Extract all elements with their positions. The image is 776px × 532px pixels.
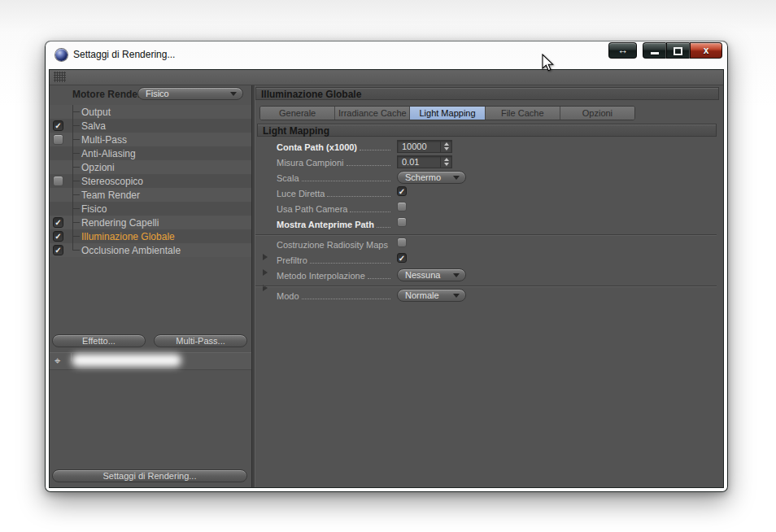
- sidebar-item-rendering-capelli[interactable]: ✓Rendering Capelli: [50, 216, 251, 229]
- close-icon: x: [704, 45, 709, 56]
- setting-label: Prefiltro: [277, 255, 307, 266]
- sidebar-item-fisico[interactable]: Fisico: [50, 202, 251, 216]
- scala-dropdown[interactable]: Schermo: [397, 171, 466, 184]
- enabled-checkbox[interactable]: ✓: [53, 245, 63, 255]
- double-arrow-icon: ↔: [617, 44, 628, 56]
- tab-file-cache[interactable]: File Cache: [486, 107, 560, 120]
- titlebar[interactable]: Settaggi di Rendering... ↔ x: [45, 41, 728, 69]
- setting-label: Conta Path (x1000): [277, 142, 357, 153]
- maximize-icon: [674, 47, 682, 55]
- setting-label: Modo: [277, 291, 299, 302]
- label-wrap: Costruzione Radiosity Maps: [261, 237, 394, 251]
- sidebar-item-occlusione-ambientale[interactable]: ✓Occlusione Ambientale: [50, 243, 251, 257]
- sidebar-item-stereoscopico[interactable]: Stereoscopico: [50, 174, 251, 188]
- dotted-leader: [377, 226, 390, 228]
- tab-generale[interactable]: Generale: [260, 107, 335, 120]
- sidebar-item-label: Anti-Aliasing: [81, 148, 136, 159]
- render-settings-button[interactable]: Settaggi di Rendering...: [52, 469, 247, 482]
- prefiltro-checkbox[interactable]: ✓: [397, 253, 407, 263]
- render-engine-label: Motore Render: [72, 89, 142, 100]
- disabled-checkbox[interactable]: [53, 176, 63, 186]
- dock-toggle-button[interactable]: ↔: [608, 42, 637, 59]
- control-slot: [397, 202, 407, 211]
- setting-label: Usa Path Camera: [277, 204, 347, 215]
- settings-panel: Illuminazione Globale GeneraleIrradiance…: [254, 85, 723, 487]
- label-wrap: Metodo Interpolazione: [261, 268, 394, 281]
- label-wrap: Mostra Anteprime Path: [261, 216, 394, 230]
- dropdown-value: Schermo: [398, 172, 453, 182]
- control-slot: [397, 238, 407, 247]
- cinema4d-logo-icon: [55, 49, 68, 61]
- close-button[interactable]: x: [690, 42, 722, 59]
- sidebar-item-salva[interactable]: ✓Salva: [50, 119, 251, 133]
- tree-line: [72, 167, 80, 168]
- dotted-leader: [347, 164, 390, 166]
- spinner-buttons[interactable]: [440, 141, 451, 152]
- setting-row-conta-path-x1000: Conta Path (x1000)10000: [254, 139, 717, 155]
- sidebar-item-illuminazione-globale[interactable]: ✓Illuminazione Globale: [50, 229, 251, 243]
- spin-up-icon[interactable]: [444, 142, 449, 146]
- sidebar-item-label: Rendering Capelli: [81, 217, 159, 229]
- dotted-leader: [302, 180, 390, 181]
- tree-line: [72, 250, 80, 251]
- spinner-buttons[interactable]: [440, 156, 451, 168]
- tab-opzioni[interactable]: Opzioni: [560, 107, 634, 120]
- label-wrap: Conta Path (x1000): [261, 139, 394, 153]
- panel-header: Illuminazione Globale: [255, 87, 719, 100]
- effect-list-item[interactable]: ⌖: [50, 352, 251, 370]
- control-slot: 10000: [397, 140, 452, 153]
- field-value: 10000: [398, 141, 440, 152]
- setting-row-mostra-anteprime-path: Mostra Anteprime Path: [254, 216, 717, 232]
- drag-grip[interactable]: [54, 72, 66, 82]
- control-slot: [397, 217, 407, 227]
- tab-light-mapping[interactable]: Light Mapping: [410, 107, 485, 120]
- setting-row-luce-diretta: Luce Diretta✓: [254, 185, 717, 201]
- setting-row-prefiltro: Prefiltro✓: [254, 252, 717, 268]
- setting-row-metodo-interpolazione: Metodo InterpolazioneNessuna: [254, 268, 717, 283]
- conta-path-x1000-field[interactable]: 10000: [397, 140, 452, 153]
- usa-path-camera-checkbox[interactable]: [397, 202, 407, 211]
- settings-sidebar: Motore Render Fisico Output✓SalvaMulti-P…: [50, 85, 251, 487]
- chevron-down-icon: [453, 176, 460, 180]
- label-wrap: Misura Campioni: [261, 155, 394, 168]
- tree-line: [72, 194, 80, 195]
- disabled-checkbox[interactable]: [53, 134, 63, 145]
- tab-irradiance-cache[interactable]: Irradiance Cache: [335, 107, 410, 120]
- enabled-checkbox[interactable]: ✓: [53, 217, 63, 228]
- sidebar-item-output[interactable]: Output: [50, 105, 251, 119]
- sidebar-item-team-render[interactable]: Team Render: [50, 188, 251, 202]
- window-title: Settaggi di Rendering...: [73, 41, 175, 69]
- chevron-down-icon: [230, 92, 237, 96]
- control-slot: 0.01: [397, 155, 452, 168]
- luce-diretta-checkbox[interactable]: ✓: [397, 186, 407, 196]
- sidebar-item-anti-aliasing[interactable]: Anti-Aliasing: [50, 146, 251, 160]
- multipass-button[interactable]: Multi-Pass...: [154, 334, 247, 347]
- effect-button[interactable]: Effetto...: [52, 334, 146, 347]
- costruzione-radiosity-maps-checkbox[interactable]: [397, 238, 407, 247]
- metodo-interpolazione-dropdown[interactable]: Nessuna: [397, 268, 466, 281]
- setting-label: Costruzione Radiosity Maps: [277, 240, 388, 251]
- dotted-leader: [310, 262, 390, 264]
- dotted-leader: [360, 149, 390, 150]
- sidebar-item-opzioni[interactable]: Opzioni: [50, 160, 251, 174]
- spin-down-icon[interactable]: [444, 147, 449, 150]
- setting-row-modo: ModoNormale: [254, 288, 717, 303]
- maximize-button[interactable]: [666, 42, 690, 59]
- sidebar-item-label: Illuminazione Globale: [81, 231, 175, 242]
- setting-label: Mostra Anteprime Path: [277, 220, 374, 230]
- spin-up-icon[interactable]: [444, 158, 449, 161]
- minimize-button[interactable]: [643, 42, 666, 59]
- tree-line: [72, 236, 80, 237]
- mostra-anteprime-path-checkbox[interactable]: [397, 217, 407, 227]
- setting-label: Misura Campioni: [277, 158, 344, 168]
- sidebar-item-label: Occlusione Ambientale: [81, 245, 181, 256]
- spin-down-icon[interactable]: [444, 163, 449, 166]
- sidebar-item-multi-pass[interactable]: Multi-Pass: [50, 133, 251, 146]
- enabled-checkbox[interactable]: ✓: [53, 120, 63, 131]
- render-engine-dropdown[interactable]: Fisico: [137, 87, 243, 100]
- misura-campioni-field[interactable]: 0.01: [397, 155, 452, 168]
- tree-line: [72, 139, 80, 140]
- control-slot: ✓: [397, 253, 407, 263]
- enabled-checkbox[interactable]: ✓: [53, 231, 63, 242]
- modo-dropdown[interactable]: Normale: [397, 289, 466, 302]
